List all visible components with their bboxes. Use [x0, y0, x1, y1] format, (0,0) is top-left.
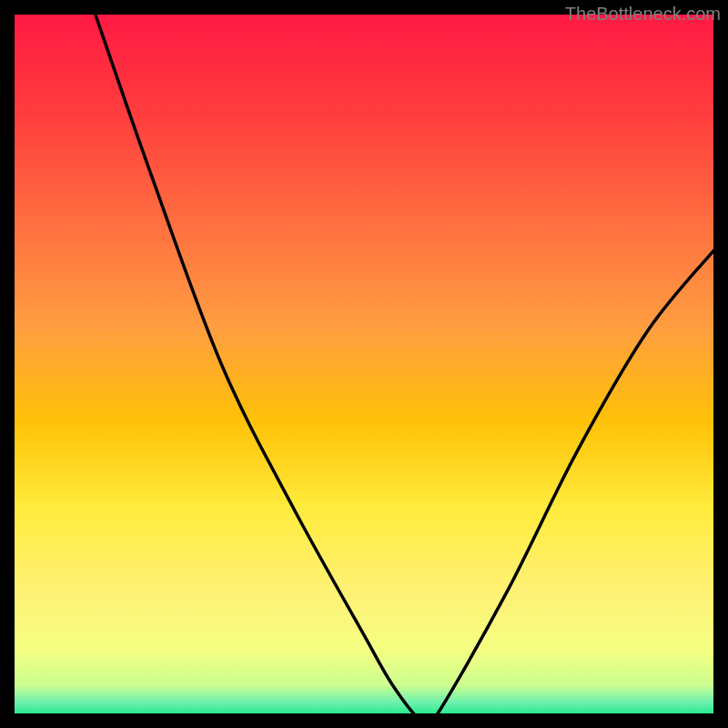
attribution-label: TheBottleneck.com [565, 4, 721, 25]
chart [0, 0, 728, 728]
chart-svg [0, 0, 728, 728]
gradient-background [7, 7, 721, 721]
